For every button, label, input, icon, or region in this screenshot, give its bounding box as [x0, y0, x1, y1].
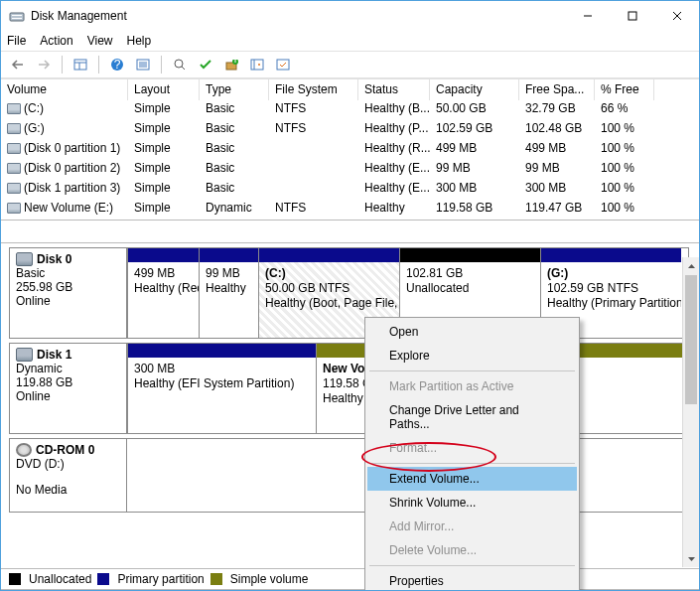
- drive-icon: [7, 183, 21, 194]
- ctx-delete-volume: Delete Volume...: [367, 538, 577, 562]
- close-button[interactable]: [654, 1, 699, 31]
- menu-bar: File Action View Help: [1, 31, 699, 51]
- cd-icon: [16, 443, 32, 457]
- maximize-button[interactable]: [610, 1, 654, 31]
- ctx-extend-volume[interactable]: Extend Volume...: [367, 467, 577, 491]
- disk-icon: [16, 348, 33, 362]
- legend-swatch-simple: [210, 573, 222, 585]
- forward-button[interactable]: [33, 54, 55, 75]
- menu-view[interactable]: View: [87, 34, 113, 48]
- context-menu: Open Explore Mark Partition as Active Ch…: [364, 317, 580, 591]
- drive-icon: [7, 103, 21, 114]
- disk-1-label[interactable]: Disk 1 Dynamic 119.88 GB Online: [10, 344, 127, 433]
- legend-swatch-unallocated: [9, 573, 21, 585]
- menu-file[interactable]: File: [7, 34, 26, 48]
- search-icon[interactable]: [169, 54, 191, 75]
- legend: Unallocated Primary partition Simple vol…: [1, 568, 699, 590]
- col-capacity[interactable]: Capacity: [430, 79, 519, 100]
- title-bar: Disk Management: [1, 1, 699, 31]
- col-type[interactable]: Type: [200, 79, 269, 100]
- settings-icon[interactable]: [246, 54, 268, 75]
- list-icon[interactable]: [132, 54, 154, 75]
- ctx-properties[interactable]: Properties: [367, 569, 577, 591]
- col-filesystem[interactable]: File System: [269, 79, 358, 100]
- col-volume[interactable]: Volume: [1, 79, 128, 100]
- toolbar: ? +: [1, 51, 699, 78]
- volume-list: Volume Layout Type File System Status Ca…: [1, 78, 699, 221]
- svg-text:+: +: [231, 58, 238, 67]
- volume-list-header: Volume Layout Type File System Status Ca…: [1, 78, 699, 100]
- ctx-mark-active: Mark Partition as Active: [367, 374, 577, 398]
- cdrom-row: CD-ROM 0 DVD (D:) No Media: [9, 438, 689, 513]
- drive-icon: [7, 203, 21, 214]
- app-icon: [9, 8, 25, 24]
- svg-line-17: [182, 67, 185, 70]
- disk-1-row: Disk 1 Dynamic 119.88 GB Online 300 MBHe…: [9, 343, 689, 434]
- drive-icon: [7, 163, 21, 174]
- ctx-shrink-volume[interactable]: Shrink Volume...: [367, 491, 577, 515]
- add-disk-icon[interactable]: +: [220, 54, 242, 75]
- menu-action[interactable]: Action: [40, 34, 72, 48]
- svg-rect-0: [10, 13, 24, 21]
- disk0-part2[interactable]: 99 MBHealthy: [199, 248, 258, 338]
- ctx-add-mirror: Add Mirror...: [367, 515, 577, 538]
- svg-point-16: [175, 60, 183, 68]
- check-icon[interactable]: [195, 54, 216, 75]
- help-icon[interactable]: ?: [106, 54, 128, 75]
- svg-rect-21: [251, 60, 263, 70]
- drive-icon: [7, 143, 21, 154]
- properties-icon[interactable]: [272, 54, 294, 75]
- svg-text:?: ?: [114, 58, 121, 72]
- col-layout[interactable]: Layout: [128, 79, 200, 100]
- svg-rect-7: [74, 60, 86, 70]
- volume-row[interactable]: (G:)SimpleBasicNTFSHealthy (P...102.59 G…: [1, 120, 699, 140]
- col-pctfree[interactable]: % Free: [595, 79, 654, 100]
- disk1-efi[interactable]: 300 MBHealthy (EFI System Partition): [127, 344, 316, 433]
- disk-graph-pane: Disk 0 Basic 255.98 GB Online 499 MBHeal…: [1, 242, 699, 515]
- col-free[interactable]: Free Spa...: [519, 79, 595, 100]
- disk-icon: [16, 252, 33, 266]
- volume-row[interactable]: (Disk 1 partition 3)SimpleBasicHealthy (…: [1, 180, 699, 200]
- ctx-format: Format...: [367, 436, 577, 460]
- disk-0-label[interactable]: Disk 0 Basic 255.98 GB Online: [10, 248, 127, 338]
- volume-row[interactable]: (Disk 0 partition 1)SimpleBasicHealthy (…: [1, 140, 699, 160]
- ctx-change-letter[interactable]: Change Drive Letter and Paths...: [367, 398, 577, 436]
- scroll-up-icon[interactable]: [683, 257, 699, 274]
- window-title: Disk Management: [31, 9, 565, 23]
- disk0-part1[interactable]: 499 MBHealthy (Recovery Partition): [127, 248, 199, 338]
- scroll-down-icon[interactable]: [683, 550, 699, 567]
- volume-row[interactable]: (Disk 0 partition 2)SimpleBasicHealthy (…: [1, 160, 699, 180]
- drive-icon: [7, 123, 21, 134]
- svg-rect-4: [629, 12, 636, 20]
- back-button[interactable]: [7, 54, 29, 75]
- view-pane-icon[interactable]: [70, 54, 91, 75]
- menu-help[interactable]: Help: [127, 34, 152, 48]
- svg-rect-1: [12, 15, 22, 16]
- svg-rect-24: [277, 60, 289, 70]
- legend-swatch-primary: [97, 573, 109, 585]
- col-status[interactable]: Status: [358, 79, 430, 100]
- disk-0-row: Disk 0 Basic 255.98 GB Online 499 MBHeal…: [9, 247, 689, 339]
- ctx-open[interactable]: Open: [367, 320, 577, 344]
- ctx-explore[interactable]: Explore: [367, 344, 577, 368]
- scroll-thumb[interactable]: [685, 275, 697, 404]
- svg-rect-2: [12, 18, 22, 19]
- svg-point-23: [258, 64, 260, 66]
- minimize-button[interactable]: [565, 1, 610, 31]
- cdrom-label[interactable]: CD-ROM 0 DVD (D:) No Media: [10, 439, 127, 512]
- volume-row[interactable]: (C:)SimpleBasicNTFSHealthy (B...50.00 GB…: [1, 100, 699, 120]
- volume-row[interactable]: New Volume (E:)SimpleDynamicNTFSHealthy1…: [1, 200, 699, 220]
- vertical-scrollbar[interactable]: [682, 257, 699, 567]
